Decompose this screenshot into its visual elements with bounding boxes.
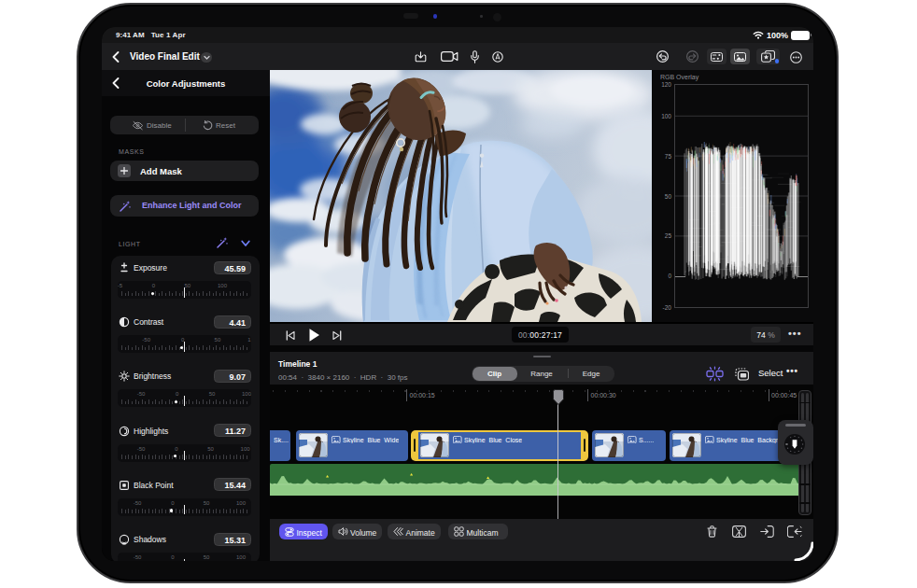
svg-text:100: 100 [661, 113, 671, 119]
svg-text:25: 25 [665, 232, 672, 239]
svg-text:50: 50 [665, 193, 672, 200]
svg-text:-20: -20 [663, 304, 672, 311]
svg-text:120: 120 [661, 81, 671, 88]
svg-text:0: 0 [668, 273, 671, 279]
svg-text:75: 75 [665, 153, 672, 160]
